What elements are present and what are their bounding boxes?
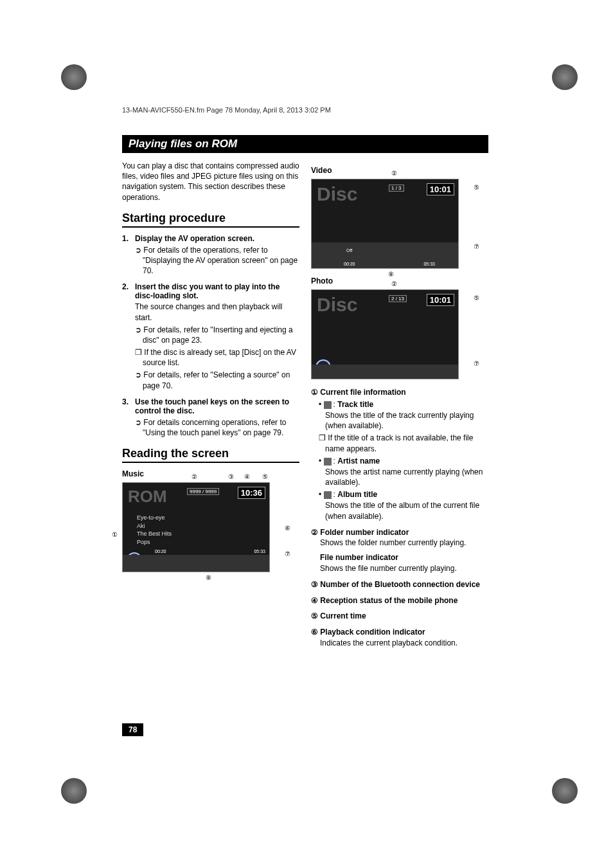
callout-definitions: ① Current file information • : Track tit…: [311, 387, 488, 649]
clock-display: 10:01: [427, 294, 454, 306]
section-starting-procedure: Starting procedure: [122, 212, 299, 228]
total-time: 05:33: [423, 262, 435, 266]
print-mark-top-left: [61, 64, 87, 90]
source-label: Disc: [317, 183, 357, 205]
callout-4-icon: ④: [244, 473, 250, 480]
def-head: Current file information: [320, 388, 405, 397]
def-sub-body: Shows the title of the album of the curr…: [325, 501, 479, 521]
track-row[interactable]: Aki: [137, 522, 172, 530]
callout-5-icon: ⑤: [474, 294, 479, 302]
def-sub-body: Shows the artist name currently playing …: [325, 467, 483, 487]
music-screenshot-wrap: ② ③ ④ ⑤ ① ⑥ ⑦ ⑧ ROM 9999 / 9999 10:36 Ey…: [122, 482, 289, 572]
page-number: 78: [122, 723, 143, 736]
def-sub-body: Shows the title of the track currently p…: [325, 411, 474, 431]
step-heading: Display the AV operation screen.: [135, 234, 254, 243]
track-row[interactable]: Pops: [137, 538, 172, 547]
elapsed-time: 00:20: [155, 549, 166, 554]
def-num: ⑤: [311, 611, 318, 620]
left-column: You can play a disc that contains compre…: [122, 161, 299, 654]
running-header: 13-MAN-AVICF550-EN.fm Page 78 Monday, Ap…: [122, 106, 331, 114]
def-num: ①: [311, 388, 318, 397]
folder-indicator: 9999 / 9999: [187, 488, 219, 495]
def-6: ⑥ Playback condition indicator Indicates…: [311, 627, 488, 649]
chapter-title: Playing files on ROM: [122, 135, 488, 153]
callout-2-icon: ②: [391, 170, 397, 177]
def-5: ⑤ Current time: [311, 611, 488, 622]
def-sub-head: File number indicator: [311, 552, 488, 563]
def-body: Shows the folder number currently playin…: [311, 538, 488, 548]
def-num: ⑥: [311, 628, 318, 637]
photo-screenshot-wrap: ② ⑤ ⑦ Disc 2 / 13 10:01: [311, 289, 478, 379]
def-sub-body: Shows the file number currently playing.: [311, 563, 488, 574]
callout-2-icon: ②: [391, 280, 397, 287]
def-3: ③ Number of the Bluetooth connection dev…: [311, 579, 488, 590]
def-head: Reception status of the mobile phone: [320, 596, 458, 605]
callout-1-icon: ①: [112, 531, 118, 538]
control-bar[interactable]: [123, 555, 269, 572]
def-num: ④: [311, 596, 318, 605]
callout-8-icon: ⑧: [388, 271, 394, 278]
subtitle-off[interactable]: Off: [346, 248, 352, 253]
album-icon: [324, 491, 332, 499]
control-bar[interactable]: [312, 365, 458, 379]
step-heading: Insert the disc you want to play into th…: [135, 282, 299, 300]
def-body: Indicates the current playback condition…: [311, 638, 488, 649]
callout-6-icon: ⑥: [285, 525, 290, 532]
section-reading-screen: Reading the screen: [122, 447, 299, 463]
def-2: ② Folder number indicator Shows the fold…: [311, 527, 488, 574]
total-time: 05:33: [254, 549, 265, 554]
def-note: ❐ If the title of a track is not availab…: [311, 433, 488, 455]
right-column: Video ② ⑤ ⑦ ⑧ Disc 1 / 3 10:01 00:20 05:…: [311, 161, 488, 654]
step-number: 1.: [122, 234, 131, 243]
folder-indicator: 1 / 3: [389, 185, 404, 192]
def-num: ②: [311, 528, 318, 537]
source-label: Disc: [317, 294, 357, 316]
folder-indicator: 2 / 13: [389, 295, 407, 302]
print-mark-top-right: [552, 64, 578, 90]
page-content: Playing files on ROM You can play a disc…: [122, 135, 488, 654]
photo-label: Photo: [311, 276, 488, 285]
music-label: Music: [122, 469, 299, 478]
def-1: ① Current file information • : Track tit…: [311, 387, 488, 522]
step-2: 2.Insert the disc you want to play into …: [122, 282, 299, 391]
step-ref: ➲ For details concerning operations, ref…: [135, 417, 299, 438]
step-body-text: The source changes and then playback wil…: [135, 302, 299, 322]
def-head: Folder number indicator: [320, 528, 409, 537]
artist-icon: [324, 458, 332, 466]
video-label: Video: [311, 166, 488, 175]
callout-5-icon: ⑤: [262, 473, 268, 480]
intro-paragraph: You can play a disc that contains compre…: [122, 161, 299, 203]
def-sub-label: Track title: [337, 400, 373, 409]
step-1: 1.Display the AV operation screen. ➲ For…: [122, 234, 299, 276]
callout-7-icon: ⑦: [474, 360, 479, 367]
def-num: ③: [311, 580, 318, 589]
clock-display: 10:36: [238, 487, 265, 499]
step-number: 2.: [122, 282, 131, 300]
step-ref: ➲ For details, refer to "Inserting and e…: [135, 325, 299, 345]
def-head: Current time: [320, 611, 366, 620]
source-label: ROM: [128, 487, 167, 507]
def-head: Number of the Bluetooth connection devic…: [320, 580, 480, 589]
print-mark-bottom-left: [61, 778, 87, 804]
video-screenshot: Disc 1 / 3 10:01 00:20 05:33 Off: [311, 179, 459, 269]
music-note-icon: [324, 401, 332, 409]
step-ref: ❐ If the disc is already set, tap [Disc]…: [135, 347, 299, 368]
track-row[interactable]: The Best Hits: [137, 530, 172, 538]
callout-2-icon: ②: [191, 473, 197, 480]
step-3: 3.Use the touch panel keys on the screen…: [122, 397, 299, 438]
steps-list: 1.Display the AV operation screen. ➲ For…: [122, 234, 299, 438]
photo-screenshot: Disc 2 / 13 10:01: [311, 289, 459, 379]
def-sub-label: Artist name: [337, 457, 380, 466]
step-heading: Use the touch panel keys on the screen t…: [135, 397, 299, 415]
print-mark-bottom-right: [552, 778, 578, 804]
step-number: 3.: [122, 397, 131, 415]
video-screenshot-wrap: ② ⑤ ⑦ ⑧ Disc 1 / 3 10:01 00:20 05:33 Off: [311, 179, 478, 269]
callout-5-icon: ⑤: [474, 184, 479, 191]
def-4: ④ Reception status of the mobile phone: [311, 595, 488, 606]
callout-3-icon: ③: [228, 473, 234, 480]
step-ref: ➲ For details of the operations, refer t…: [135, 245, 299, 276]
music-screenshot: ROM 9999 / 9999 10:36 Eye-to-eye Aki The…: [122, 482, 270, 572]
control-bar[interactable]: [312, 242, 458, 268]
step-ref: ➲ For details, refer to "Selecting a sou…: [135, 370, 299, 390]
track-row[interactable]: Eye-to-eye: [137, 514, 172, 522]
